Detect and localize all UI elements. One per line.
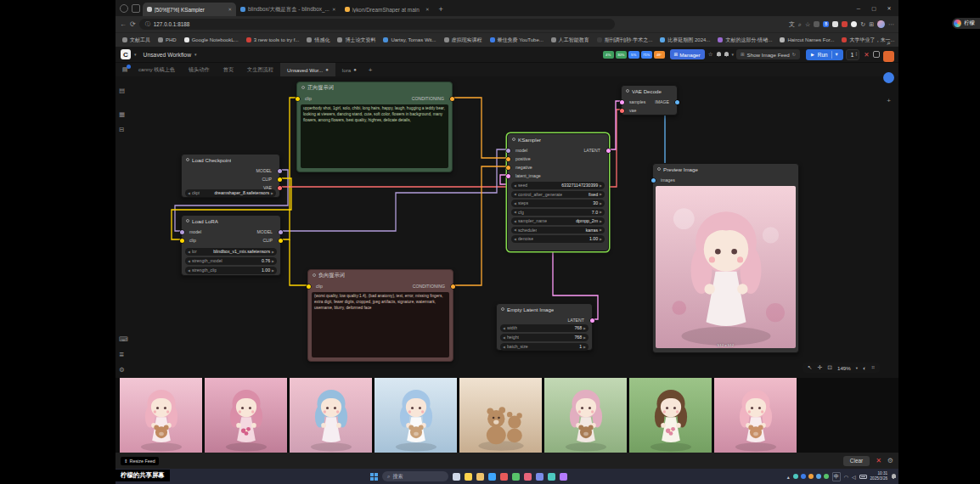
bookmark-item[interactable]: Uartsy, Tomas Wit... bbox=[383, 37, 436, 42]
input-slot-images[interactable]: images bbox=[653, 176, 675, 184]
wifi-icon[interactable]: ◠ bbox=[844, 474, 848, 480]
magnifier-tool-icon[interactable]: ⌕ bbox=[883, 37, 894, 48]
unsaved-dot-icon[interactable]: ● bbox=[325, 67, 329, 72]
prompt-textarea[interactable]: (worst quality, low quality:1.4), (bad a… bbox=[312, 292, 449, 357]
widget-left-arrow-icon[interactable]: ◀ bbox=[514, 219, 516, 223]
workflow-title[interactable]: Unsaved Workflow bbox=[144, 52, 192, 58]
widget-left-arrow-icon[interactable]: ◀ bbox=[514, 192, 516, 196]
node-header[interactable]: Empty Latent Image bbox=[497, 304, 592, 314]
widget-right-arrow-icon[interactable]: ▶ bbox=[600, 228, 602, 232]
widget-right-arrow-icon[interactable]: ▶ bbox=[272, 250, 274, 254]
logo-caret-icon[interactable]: ▾ bbox=[134, 52, 137, 57]
workspace-icon[interactable] bbox=[120, 4, 128, 13]
extension-1-icon[interactable] bbox=[814, 21, 819, 27]
batch-count-stepper[interactable]: 1 ▴▾ bbox=[846, 49, 859, 60]
output-slot-LATENT[interactable]: LATENT bbox=[583, 146, 608, 155]
browser-tab-2[interactable]: lykon/DreamShaper at main✕ bbox=[341, 3, 434, 16]
tray-safe-icon[interactable] bbox=[824, 474, 829, 479]
bell2-icon[interactable] bbox=[724, 52, 729, 58]
maximize-button[interactable]: ▢ bbox=[866, 2, 881, 14]
widget-left-arrow-icon[interactable]: ◀ bbox=[503, 335, 505, 340]
annotate-tool-icon[interactable] bbox=[883, 51, 894, 62]
bookmark-item[interactable]: Google NotebookL... bbox=[184, 37, 239, 42]
widget-width[interactable]: ◀width768▶ bbox=[500, 324, 589, 332]
favorite-icon[interactable]: ☆ bbox=[805, 21, 810, 28]
output-slot-LATENT[interactable]: LATENT bbox=[567, 316, 592, 324]
close-button[interactable]: ✕ bbox=[881, 2, 897, 14]
bookmark-item[interactable]: 3 new tools to try f... bbox=[246, 37, 300, 42]
bookmark-item[interactable]: PHD bbox=[158, 37, 177, 42]
widget-right-arrow-icon[interactable]: ▶ bbox=[271, 191, 273, 195]
widget-left-arrow-icon[interactable]: ◀ bbox=[503, 326, 505, 330]
tab-close-icon[interactable]: ✕ bbox=[228, 7, 232, 12]
workflow-tab-0[interactable]: canny 线稿上色 bbox=[132, 63, 182, 76]
new-workflow-button[interactable]: + bbox=[363, 63, 378, 76]
address-bar[interactable]: ⓘ 127.0.0.1:8188 bbox=[139, 19, 615, 30]
widget-strength_clip[interactable]: ◀strength_clip1.00▶ bbox=[185, 267, 277, 274]
extensions-icon[interactable]: ⊞ bbox=[869, 21, 874, 28]
input-slot-samples[interactable]: samples bbox=[622, 98, 645, 106]
widget-right-arrow-icon[interactable]: ▶ bbox=[583, 345, 586, 349]
unsaved-dot-icon[interactable]: ● bbox=[353, 67, 357, 72]
node-preview[interactable]: Preview Imageimages512 x 512 bbox=[652, 163, 799, 353]
site-info-icon[interactable]: ⓘ bbox=[145, 20, 150, 28]
workflow-tab-1[interactable]: 镜头动作 bbox=[182, 63, 217, 76]
node-checkpoint[interactable]: Load CheckpointMODELCLIPVAE◀ckptdreamsha… bbox=[181, 154, 280, 198]
input-language[interactable]: 中 bbox=[832, 472, 841, 481]
node-header[interactable]: VAE Decode bbox=[622, 86, 677, 96]
widget-sampler_name[interactable]: ◀sampler_namedpmpp_2m▶ bbox=[511, 217, 605, 225]
tray-sync-icon[interactable] bbox=[816, 474, 821, 479]
output-slot-MODEL[interactable]: MODEL bbox=[257, 228, 280, 236]
workflows-icon[interactable]: ▤ bbox=[119, 87, 125, 94]
widget-left-arrow-icon[interactable]: ◀ bbox=[514, 201, 516, 205]
input-slot-model[interactable]: model bbox=[182, 228, 201, 236]
node-positive[interactable]: 正向提示词clipCONDITIONINGupperbody shot, 1gi… bbox=[296, 82, 453, 172]
collapse-dot-icon[interactable] bbox=[301, 86, 305, 89]
fit-view-icon[interactable]: ⊡ bbox=[827, 364, 832, 371]
node-latent[interactable]: Empty Latent ImageLATENT◀width768▶◀heigh… bbox=[496, 303, 593, 351]
collapse-dot-icon[interactable] bbox=[186, 219, 189, 222]
output-slot-CLIP[interactable]: CLIP bbox=[262, 236, 280, 245]
feed-thumbnail-3[interactable] bbox=[375, 378, 457, 453]
minimize-button[interactable]: ─ bbox=[851, 2, 866, 14]
workflow-tab-2[interactable]: 首页 bbox=[217, 63, 240, 76]
resize-feed-handle[interactable]: ⇕ Resize Feed bbox=[121, 457, 159, 465]
widgets-icon[interactable] bbox=[465, 473, 472, 481]
history-icon[interactable]: ↻ bbox=[860, 21, 865, 28]
bookmark-item[interactable]: Haircut Names For... bbox=[780, 37, 834, 42]
node-negative[interactable]: 负向提示词clipCONDITIONING(worst quality, low… bbox=[307, 269, 453, 362]
volume-icon[interactable]: ◁ bbox=[852, 474, 856, 480]
docs-icon[interactable] bbox=[536, 473, 544, 481]
widget-batch_size[interactable]: ◀batch_size1▶ bbox=[500, 343, 589, 351]
bookmark-item[interactable]: 情感化 bbox=[307, 37, 329, 44]
widget-left-arrow-icon[interactable]: ◀ bbox=[188, 250, 190, 254]
profile-avatar[interactable] bbox=[877, 20, 885, 28]
bookmark-item[interactable]: 人工智能教育 bbox=[551, 37, 589, 44]
new-tab-button[interactable]: + bbox=[439, 5, 443, 14]
widget-left-arrow-icon[interactable]: ◀ bbox=[514, 210, 516, 214]
widget-right-arrow-icon[interactable]: ▶ bbox=[583, 326, 586, 330]
queue-icon[interactable]: ≣ bbox=[119, 351, 124, 358]
store-icon[interactable] bbox=[500, 473, 508, 481]
widget-left-arrow-icon[interactable]: ◀ bbox=[188, 191, 190, 195]
collapse-dot-icon[interactable] bbox=[186, 158, 189, 161]
widget-right-arrow-icon[interactable]: ▶ bbox=[600, 237, 602, 241]
bookmark-item[interactable]: 最佳免费 YouTube... bbox=[490, 37, 544, 44]
output-slot-CLIP[interactable]: CLIP bbox=[262, 175, 279, 183]
bell-icon[interactable] bbox=[716, 52, 721, 58]
extension-2-icon[interactable]: B bbox=[823, 21, 829, 27]
extension-5-icon[interactable] bbox=[851, 21, 857, 27]
extension-4-icon[interactable] bbox=[842, 21, 848, 27]
widget-left-arrow-icon[interactable]: ◀ bbox=[514, 228, 516, 232]
start-button[interactable] bbox=[370, 473, 378, 481]
notification-bell-icon[interactable] bbox=[891, 474, 896, 480]
notes-icon[interactable] bbox=[560, 473, 567, 481]
widget-right-arrow-icon[interactable]: ▶ bbox=[600, 201, 602, 205]
widget-left-arrow-icon[interactable]: ◀ bbox=[514, 237, 516, 241]
widget-height[interactable]: ◀height768▶ bbox=[500, 334, 589, 341]
prompt-textarea[interactable]: upperbody shot, 1girl, solo, chibi, long… bbox=[301, 104, 448, 168]
extension-3-icon[interactable] bbox=[832, 21, 838, 27]
run-options-caret-icon[interactable]: ▾ bbox=[836, 51, 838, 58]
edge-icon[interactable] bbox=[488, 473, 496, 481]
bookmark-item[interactable]: 比赛延期图 2024... bbox=[660, 37, 710, 44]
